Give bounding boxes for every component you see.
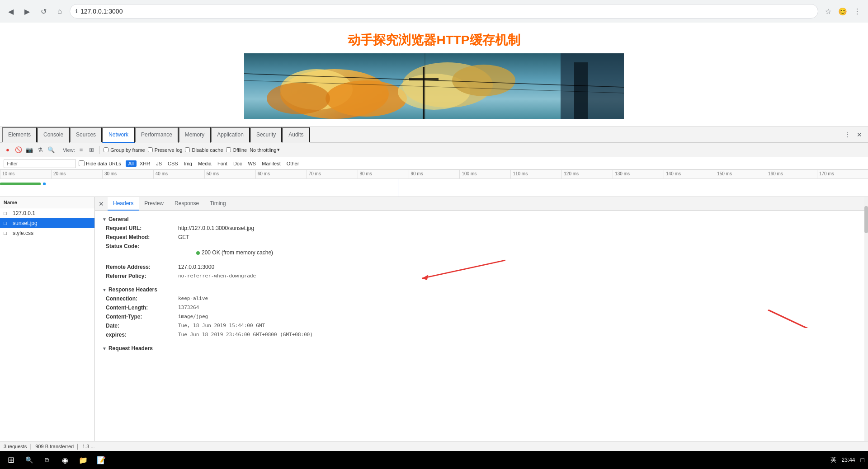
hide-data-urls-checkbox[interactable] — [79, 160, 85, 166]
tab-performance[interactable]: Performance — [135, 127, 179, 143]
connection-name: Connection: — [106, 295, 178, 303]
devtools-close-button[interactable]: ✕ — [854, 130, 864, 140]
remote-address-row: Remote Address: 127.0.0.1:3000 — [95, 263, 864, 272]
notification-button[interactable]: □ — [861, 456, 864, 464]
search-button[interactable]: 🔍 — [47, 146, 55, 154]
group-by-frame-checkbox[interactable] — [104, 147, 108, 152]
response-headers-arrow-icon: ▼ — [102, 287, 107, 292]
disable-cache-label[interactable]: Disable cache — [185, 147, 223, 153]
address-bar[interactable]: ℹ 127.0.0.1:3000 — [70, 4, 818, 19]
back-button[interactable]: ◀ — [5, 5, 17, 18]
explorer-icon[interactable]: 📁 — [76, 453, 90, 467]
detail-tab-response[interactable]: Response — [169, 197, 204, 211]
tab-security[interactable]: Security — [250, 127, 282, 143]
devtools-more-button[interactable]: ⋮ — [843, 130, 853, 140]
filter-type-doc[interactable]: Doc — [231, 160, 245, 167]
filter-type-css[interactable]: CSS — [165, 160, 181, 167]
chrome-icon[interactable]: ◉ — [58, 453, 72, 467]
taskview-icon[interactable]: ⧉ — [40, 453, 54, 467]
tab-sources[interactable]: Sources — [70, 127, 102, 143]
secure-icon: ℹ — [75, 8, 78, 14]
timeline-mark-100: 100 ms — [459, 170, 510, 178]
filter-type-other[interactable]: Other — [284, 160, 302, 167]
referrer-policy-value: no-referrer-when-downgrade — [178, 273, 256, 280]
tab-network[interactable]: Network — [102, 127, 135, 143]
status-code-value: 200 OK (from memory cache) — [178, 243, 273, 262]
tab-memory[interactable]: Memory — [179, 127, 211, 143]
referrer-policy-name: Referrer Policy: — [106, 273, 178, 280]
capture-button[interactable]: 📷 — [25, 146, 33, 154]
detail-tab-preview[interactable]: Preview — [139, 197, 169, 211]
expires-row: expires: Tue Jun 18 2019 23:46:00 GMT+08… — [95, 331, 864, 340]
view-preview-btn[interactable]: ⊞ — [87, 145, 96, 154]
vscode-icon[interactable]: 📝 — [94, 453, 108, 467]
search-icon[interactable]: 🔍 — [22, 453, 36, 467]
filter-type-all[interactable]: All — [126, 160, 137, 167]
throttling-dropdown[interactable]: No throttling ▾ — [250, 147, 280, 153]
devtools-actions: ⋮ ✕ — [843, 130, 866, 140]
timeline-mark-80: 80 ms — [358, 170, 409, 178]
filter-type-manifest[interactable]: Manifest — [259, 160, 283, 167]
file-item-stylecss[interactable]: □ style.css — [0, 228, 94, 238]
response-headers-section-header[interactable]: ▼ Response Headers — [95, 285, 864, 295]
preserve-log-text: Preserve log — [155, 147, 183, 153]
file-item-sunsetjpg[interactable]: □ sunset.jpg — [0, 218, 94, 228]
filter-type-font[interactable]: Font — [215, 160, 230, 167]
toolbar-right: ☆ 😊 ⋮ — [822, 5, 863, 18]
file-list: Name □ 127.0.0.1 □ sunset.jpg □ style.cs… — [0, 197, 95, 441]
star-button[interactable]: ☆ — [822, 5, 835, 18]
footer-bar: 3 requests │ 909 B transferred │ 1.3 ... — [0, 441, 868, 451]
close-detail-button[interactable]: ✕ — [97, 199, 106, 208]
menu-button[interactable]: ⋮ — [851, 5, 863, 18]
date-name: Date: — [106, 323, 178, 330]
clear-button[interactable]: 🚫 — [14, 146, 23, 154]
filter-type-img[interactable]: Img — [181, 160, 195, 167]
tab-application[interactable]: Application — [211, 127, 250, 143]
detail-scrollbar-thumb[interactable] — [864, 206, 868, 233]
filter-type-js[interactable]: JS — [153, 160, 165, 167]
disable-cache-text: Disable cache — [192, 147, 223, 153]
general-section-header[interactable]: ▼ General — [95, 214, 864, 224]
filter-type-ws[interactable]: WS — [245, 160, 259, 167]
connection-value: keep-alive — [178, 295, 208, 303]
svg-rect-9 — [574, 62, 588, 119]
disable-cache-checkbox[interactable] — [185, 147, 190, 152]
remote-address-value: 127.0.0.1:3000 — [178, 264, 214, 271]
profile-button[interactable]: 😊 — [836, 5, 849, 18]
filter-button[interactable]: ⚗ — [36, 146, 44, 154]
tab-console[interactable]: Console — [37, 127, 70, 143]
file-list-header: Name — [0, 197, 94, 208]
detail-tab-headers[interactable]: Headers — [108, 197, 139, 211]
hide-data-urls-label[interactable]: Hide data URLs — [79, 160, 121, 166]
windows-icon[interactable]: ⊞ — [4, 453, 18, 467]
record-button[interactable]: ● — [4, 146, 12, 154]
filter-input[interactable] — [4, 159, 76, 168]
file-item-127001[interactable]: □ 127.0.0.1 — [0, 208, 94, 218]
forward-button[interactable]: ▶ — [21, 5, 33, 18]
home-button[interactable]: ⌂ — [53, 5, 66, 18]
offline-label[interactable]: Offline — [226, 147, 247, 153]
expires-name: expires: — [106, 332, 178, 339]
status-green-dot — [196, 251, 200, 255]
offline-checkbox[interactable] — [226, 147, 231, 152]
filter-type-xhr[interactable]: XHR — [137, 160, 153, 167]
filter-bar: Hide data URLs All XHR JS CSS Img Media … — [0, 157, 868, 170]
tab-elements[interactable]: Elements — [2, 127, 37, 143]
taskbar-time: 23:44 — [842, 457, 855, 463]
group-by-frame-label[interactable]: Group by frame — [104, 147, 145, 153]
reload-button[interactable]: ↺ — [37, 5, 50, 18]
request-url-name: Request URL: — [106, 225, 178, 232]
detail-tab-timing[interactable]: Timing — [204, 197, 231, 211]
view-list-btn[interactable]: ≡ — [78, 145, 85, 154]
request-headers-section-header[interactable]: ▼ Request Headers — [95, 343, 864, 353]
tab-audits[interactable]: Audits — [282, 127, 310, 143]
content-type-name: Content-Type: — [106, 314, 178, 321]
referrer-policy-row: Referrer Policy: no-referrer-when-downgr… — [95, 272, 864, 281]
general-section-title: General — [108, 216, 129, 222]
svg-point-3 — [326, 80, 407, 117]
detail-scrollbar[interactable] — [864, 197, 868, 441]
preserve-log-label[interactable]: Preserve log — [148, 147, 183, 153]
filter-type-media[interactable]: Media — [195, 160, 214, 167]
timeline-mark-10: 10 ms — [0, 170, 51, 178]
preserve-log-checkbox[interactable] — [148, 147, 153, 152]
